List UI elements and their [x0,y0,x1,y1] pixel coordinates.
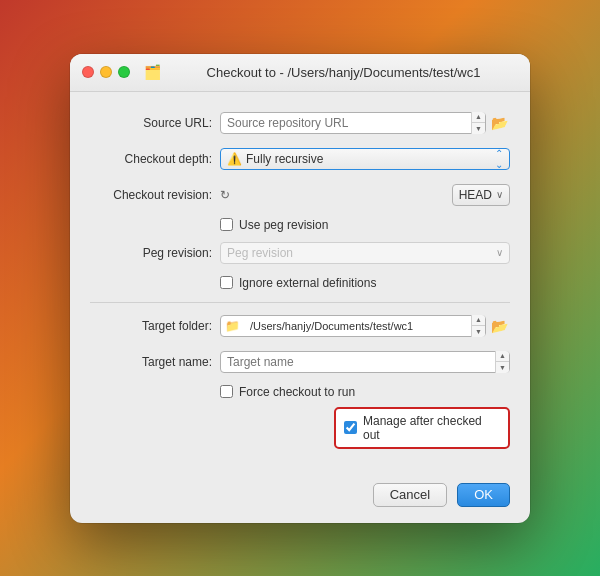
checkout-revision-row: Checkout revision: ↻ HEAD ∨ [90,182,510,208]
target-name-input[interactable] [221,355,495,369]
manage-after-wrapper: Manage after checked out [90,407,510,457]
target-folder-up-arrow[interactable]: ▲ [472,315,485,327]
ok-button[interactable]: OK [457,483,510,507]
checkout-depth-label: Checkout depth: [90,152,220,166]
minimize-button[interactable] [100,66,112,78]
source-url-label: Source URL: [90,116,220,130]
checkout-depth-row: Checkout depth: ⚠️ Fully recursive ⌃⌄ [90,146,510,172]
checkout-depth-chevron-icon: ⌃⌄ [495,148,503,170]
target-folder-down-arrow[interactable]: ▼ [472,326,485,337]
ignore-external-label: Ignore external definitions [239,276,376,290]
target-folder-icon: 📁 [221,319,244,333]
target-name-arrows: ▲ ▼ [495,351,509,373]
checkout-revision-control: ↻ HEAD ∨ [220,184,510,206]
peg-revision-row: Peg revision: Peg revision ∨ [90,240,510,266]
checkout-revision-label: Checkout revision: [90,188,220,202]
button-row: Cancel OK [90,473,510,507]
target-name-up-arrow[interactable]: ▲ [496,351,509,363]
peg-input-chevron-icon: ∨ [496,247,503,258]
close-button[interactable] [82,66,94,78]
target-folder-browse-button[interactable]: 📂 [490,315,510,337]
cancel-button[interactable]: Cancel [373,483,447,507]
source-url-control: ▲ ▼ 📂 [220,112,510,134]
dialog-content: Source URL: ▲ ▼ 📂 Checkout depth: ⚠️ Ful… [70,92,530,523]
revision-icon: ↻ [220,188,230,202]
target-name-label: Target name: [90,355,220,369]
head-chevron-icon: ∨ [496,189,503,200]
checkout-depth-control: ⚠️ Fully recursive ⌃⌄ [220,148,510,170]
title-bar: 🗂️ Checkout to - /Users/hanjy/Documents/… [70,54,530,92]
target-name-input-wrapper[interactable]: ▲ ▼ [220,351,510,373]
source-url-input[interactable] [221,116,471,130]
force-checkout-row: Force checkout to run [90,385,510,399]
window-title: Checkout to - /Users/hanjy/Documents/tes… [169,65,518,80]
peg-revision-label: Peg revision: [90,246,220,260]
peg-revision-placeholder: Peg revision [227,246,293,260]
window-icon: 🗂️ [144,64,161,80]
target-folder-row: Target folder: 📁 ▲ ▼ 📂 [90,313,510,339]
use-peg-revision-row: Use peg revision [90,218,510,232]
source-url-arrows: ▲ ▼ [471,112,485,134]
force-checkout-label: Force checkout to run [239,385,355,399]
target-name-control: ▲ ▼ [220,351,510,373]
target-folder-input-wrapper[interactable]: 📁 ▲ ▼ [220,315,486,337]
target-folder-label: Target folder: [90,319,220,333]
manage-after-highlight-box: Manage after checked out [334,407,510,449]
source-url-up-arrow[interactable]: ▲ [472,112,485,124]
head-value: HEAD [459,188,492,202]
head-select[interactable]: HEAD ∨ [452,184,510,206]
force-checkout-checkbox[interactable] [220,385,233,398]
target-folder-input[interactable] [244,320,471,332]
maximize-button[interactable] [118,66,130,78]
peg-input-wrapper[interactable]: Peg revision ∨ [220,242,510,264]
source-url-input-wrapper[interactable]: ▲ ▼ [220,112,486,134]
source-url-folder-button[interactable]: 📂 [490,112,510,134]
manage-after-checkbox[interactable] [344,421,357,434]
divider [90,302,510,303]
target-name-down-arrow[interactable]: ▼ [496,362,509,373]
target-folder-control: 📁 ▲ ▼ 📂 [220,315,510,337]
dialog-window: 🗂️ Checkout to - /Users/hanjy/Documents/… [70,54,530,523]
use-peg-revision-checkbox[interactable] [220,218,233,231]
target-name-row: Target name: ▲ ▼ [90,349,510,375]
use-peg-revision-label: Use peg revision [239,218,328,232]
source-url-down-arrow[interactable]: ▼ [472,123,485,134]
source-url-row: Source URL: ▲ ▼ 📂 [90,110,510,136]
checkout-depth-icon: ⚠️ [227,152,242,166]
checkout-depth-value: Fully recursive [246,152,495,166]
peg-revision-control: Peg revision ∨ [220,242,510,264]
target-folder-arrows: ▲ ▼ [471,315,485,337]
checkout-depth-select[interactable]: ⚠️ Fully recursive ⌃⌄ [220,148,510,170]
manage-after-label: Manage after checked out [363,414,500,442]
ignore-external-checkbox[interactable] [220,276,233,289]
ignore-external-row: Ignore external definitions [90,276,510,290]
traffic-lights [82,66,130,78]
